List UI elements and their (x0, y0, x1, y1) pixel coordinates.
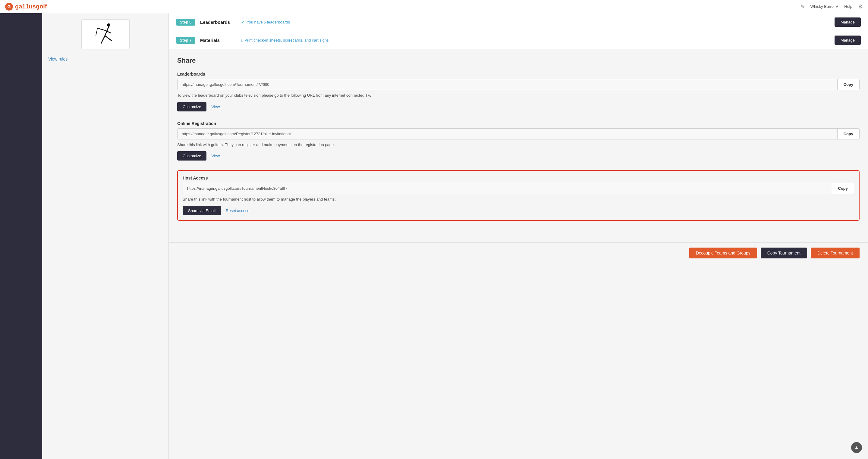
golfer-figure (93, 22, 118, 46)
info-icon: ℹ (241, 38, 243, 43)
topbar-right: ✎ Whisky Barrel V Help ⚙ (801, 3, 863, 10)
leaderboards-customize-button[interactable]: Customize (177, 102, 207, 111)
leaderboards-description: To view the leaderboard on your clubs te… (177, 93, 860, 98)
svg-point-2 (107, 24, 110, 27)
svg-line-6 (101, 36, 104, 43)
svg-text:G: G (7, 4, 11, 9)
main-layout: View rules Step 6 Leaderboards ✔ You hav… (0, 13, 868, 459)
host-access-block: Host Access Copy Share this link with th… (177, 170, 860, 221)
step-6-info-text: You have 5 leaderboards (247, 20, 290, 24)
share-section: Share Leaderboards Copy To view the lead… (169, 50, 868, 242)
edit-icon[interactable]: ✎ (801, 4, 804, 9)
bottom-bar: Decouple Teams and Groups Copy Tournamen… (169, 242, 868, 263)
topbar: G ga11usgolf ✎ Whisky Barrel V Help ⚙ (0, 0, 868, 13)
svg-line-7 (105, 36, 111, 40)
step-7-manage-button[interactable]: Manage (835, 36, 861, 45)
svg-line-8 (96, 28, 97, 36)
share-title: Share (177, 57, 860, 64)
online-registration-view-link[interactable]: View (211, 154, 220, 158)
host-access-description: Share this link with the tournament host… (183, 196, 854, 202)
online-registration-block: Online Registration Copy Share this link… (177, 121, 860, 161)
decouple-teams-groups-button[interactable]: Decouple Teams and Groups (689, 248, 757, 258)
leaderboards-actions: Customize View (177, 102, 860, 111)
step-6-label: Leaderboards (200, 20, 236, 25)
leaderboards-url-input[interactable] (178, 79, 837, 90)
step-7-info-link[interactable]: Print check-in sheets, scorecards, and c… (244, 38, 329, 42)
host-access-label: Host Access (183, 175, 854, 181)
user-label: Whisky Barrel V (810, 4, 838, 9)
host-access-copy-button[interactable]: Copy (832, 183, 854, 194)
help-label[interactable]: Help (844, 4, 852, 9)
step-6-manage-button[interactable]: Manage (835, 18, 861, 27)
leaderboards-view-link[interactable]: View (211, 104, 220, 109)
leaderboards-label: Leaderboards (177, 72, 860, 76)
step-7-info: ℹ Print check-in sheets, scorecards, and… (241, 38, 830, 43)
leaderboards-url-row: Copy (177, 79, 860, 90)
step-row-6: Step 6 Leaderboards ✔ You have 5 leaderb… (169, 13, 868, 31)
step-6-info: ✔ You have 5 leaderboards (241, 20, 830, 25)
online-registration-description: Share this link with golfers. They can r… (177, 142, 860, 148)
reset-access-link[interactable]: Reset access (226, 208, 249, 213)
step-row-7: Step 7 Materials ℹ Print check-in sheets… (169, 31, 868, 50)
leaderboards-block: Leaderboards Copy To view the leaderboar… (177, 72, 860, 111)
delete-tournament-button[interactable]: Delete Tournament (811, 248, 860, 258)
step-6-badge: Step 6 (176, 19, 195, 26)
host-access-url-input[interactable] (183, 183, 832, 194)
view-rules-link[interactable]: View rules (48, 57, 67, 61)
host-access-actions: Share via Email Reset access (183, 206, 854, 215)
scroll-to-top-button[interactable]: ▲ (851, 442, 862, 453)
host-access-url-row: Copy (183, 183, 854, 194)
settings-icon[interactable]: ⚙ (858, 3, 863, 10)
logo: G ga11usgolf (5, 2, 47, 11)
sidebar (0, 13, 42, 459)
online-registration-label: Online Registration (177, 121, 860, 126)
left-panel: View rules (42, 13, 169, 459)
share-via-email-button[interactable]: Share via Email (183, 206, 221, 215)
leaderboards-copy-button[interactable]: Copy (837, 79, 860, 90)
step-7-label: Materials (200, 38, 236, 43)
check-icon: ✔ (241, 20, 245, 25)
online-registration-url-row: Copy (177, 128, 860, 139)
online-registration-url-input[interactable] (178, 129, 837, 139)
online-registration-actions: Customize View (177, 151, 860, 161)
copy-tournament-button[interactable]: Copy Tournament (761, 248, 807, 258)
step-7-badge: Step 7 (176, 37, 195, 44)
online-registration-copy-button[interactable]: Copy (837, 129, 860, 139)
steps-section: Step 6 Leaderboards ✔ You have 5 leaderb… (169, 13, 868, 50)
svg-line-4 (97, 28, 105, 30)
right-panel: Step 6 Leaderboards ✔ You have 5 leaderb… (169, 13, 868, 459)
online-registration-customize-button[interactable]: Customize (177, 151, 207, 161)
logo-icon: G (5, 2, 13, 11)
logo-text: ga11usgolf (15, 3, 47, 10)
tournament-logo (82, 19, 130, 50)
